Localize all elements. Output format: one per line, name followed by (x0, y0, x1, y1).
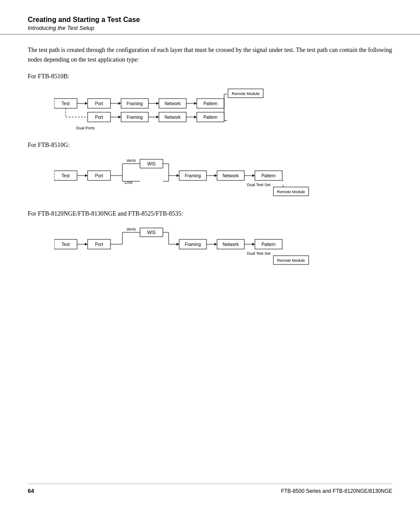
svg-marker-79 (85, 243, 88, 246)
svg-text:WIS: WIS (147, 230, 156, 235)
page-subtitle: Introducing the Test Setup (28, 25, 392, 31)
svg-text:Test: Test (62, 242, 70, 247)
svg-text:Pattern: Pattern (262, 173, 276, 178)
svg-marker-99 (252, 243, 255, 246)
svg-text:Framing: Framing (127, 115, 143, 120)
svg-text:Dual Test Set: Dual Test Set (247, 251, 271, 256)
svg-marker-95 (214, 243, 217, 246)
diagram-ftb8510g: Test Port WAN LAN WIS (54, 154, 392, 202)
svg-text:Framing: Framing (185, 242, 201, 247)
svg-text:Port: Port (95, 173, 103, 178)
svg-text:Pattern: Pattern (203, 101, 217, 106)
svg-text:Test: Test (62, 101, 70, 106)
svg-marker-15 (194, 102, 197, 105)
svg-marker-3 (85, 102, 88, 105)
svg-text:WAN: WAN (127, 227, 136, 231)
page-content: The test path is created through the con… (0, 35, 420, 267)
svg-marker-68 (252, 174, 255, 177)
page-footer: 64 FTB-8500 Series and FTB-8120NGE/8130N… (28, 484, 392, 494)
diagram-2-svg: Test Port WAN LAN WIS (54, 154, 309, 202)
section-label-2: For FTB-8510G: (28, 142, 392, 149)
diagram-1-svg: Test Port Framing Network (54, 85, 301, 134)
diagram-3-svg: Test Port WAN WIS (54, 223, 309, 267)
section-label-1: For FTB-8510B: (28, 73, 392, 80)
svg-marker-37 (194, 116, 197, 118)
svg-text:Remote Module: Remote Module (277, 258, 305, 263)
svg-text:Pattern: Pattern (203, 115, 217, 120)
svg-marker-60 (177, 174, 179, 177)
svg-text:Network: Network (223, 242, 239, 247)
svg-marker-29 (118, 116, 121, 118)
svg-text:WAN: WAN (127, 158, 136, 163)
svg-text:Port: Port (95, 242, 103, 247)
svg-marker-33 (156, 116, 159, 118)
svg-text:Network: Network (223, 173, 239, 178)
svg-text:Port: Port (95, 101, 103, 106)
footer-document-title: FTB-8500 Series and FTB-8120NGE/8130NGE (281, 488, 392, 494)
svg-text:Port: Port (95, 115, 103, 120)
svg-marker-11 (156, 102, 159, 105)
page: Creating and Starting a Test Case Introd… (0, 0, 420, 510)
footer-page-number: 64 (28, 488, 34, 494)
svg-text:Network: Network (165, 115, 181, 120)
svg-text:Remote Module: Remote Module (232, 92, 260, 96)
svg-text:Dual Test Set: Dual Test Set (247, 183, 271, 187)
diagram-ftb8510b: Test Port Framing Network (54, 85, 392, 134)
svg-text:Pattern: Pattern (262, 242, 276, 247)
diagram-ftb8120nge: Test Port WAN WIS (54, 223, 392, 267)
page-header: Creating and Starting a Test Case Introd… (0, 0, 420, 35)
intro-paragraph: The test path is created through the con… (28, 45, 392, 65)
svg-text:Network: Network (165, 101, 181, 106)
svg-text:WIS: WIS (147, 161, 156, 166)
svg-text:Framing: Framing (127, 101, 143, 106)
svg-text:Test: Test (62, 173, 70, 178)
section-label-3: For FTB-8120NGE/FTB-8130NGE and FTB-8525… (28, 210, 392, 217)
svg-marker-44 (85, 174, 88, 177)
svg-marker-91 (177, 243, 179, 246)
svg-text:Framing: Framing (185, 173, 201, 178)
svg-text:Remote Module: Remote Module (277, 190, 305, 194)
svg-marker-64 (214, 174, 217, 177)
page-title: Creating and Starting a Test Case (28, 16, 392, 24)
svg-marker-7 (118, 102, 121, 105)
svg-text:Dual Ports: Dual Ports (76, 126, 95, 130)
